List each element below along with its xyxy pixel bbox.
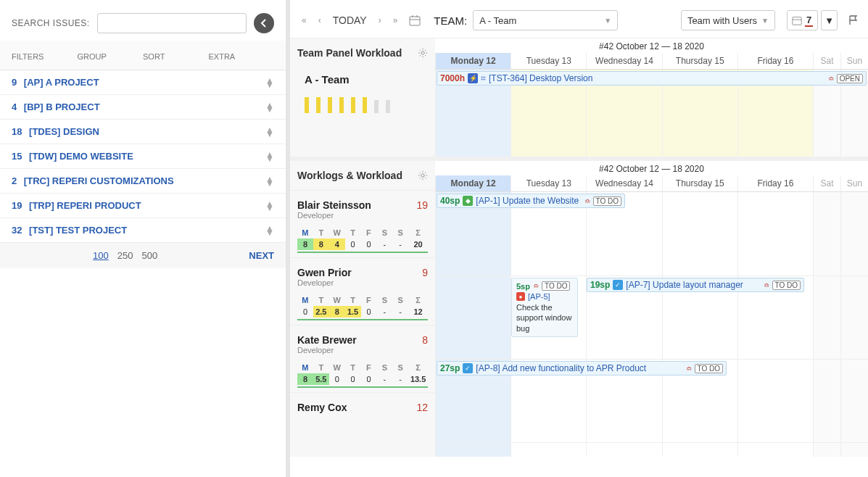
sort-icon[interactable]: ▲▼ [265, 128, 274, 136]
day-header[interactable]: Thursday 15 [662, 53, 737, 69]
team-panel-title: Team Panel Workload [297, 47, 402, 59]
day-header[interactable]: Tuesday 13 [511, 53, 586, 69]
page-size-100[interactable]: 100 [93, 250, 109, 261]
day-header[interactable]: Thursday 15 [662, 175, 737, 191]
person-name: Kate Brewer [297, 334, 357, 346]
chevron-down-icon: ▼ [604, 17, 611, 25]
person-block: Remy Cox12 [290, 392, 435, 418]
person-name: Blair Steinsson [297, 199, 371, 211]
today-button[interactable]: TODAY [330, 14, 370, 26]
team-name: A - Team [305, 73, 421, 86]
task-ap-7[interactable]: 19sp ✓ [AP-7] Update layout manager ≏TO … [587, 278, 804, 292]
chevron-down-icon: ▼ [824, 15, 834, 26]
person-total: 12 [416, 402, 428, 413]
next-button[interactable]: NEXT [249, 250, 274, 261]
project-item[interactable]: 9 [AP] A PROJECT▲▼ [0, 70, 286, 95]
day-header[interactable]: Sun [840, 175, 868, 191]
pager: 100 250 500 NEXT [0, 243, 286, 268]
check-icon: ✓ [613, 280, 623, 290]
search-input[interactable] [97, 13, 247, 33]
nav-last-button[interactable]: » [390, 14, 401, 27]
person-name: Remy Cox [297, 402, 347, 413]
col-filters[interactable]: FILTERS [12, 52, 78, 61]
person-block: Kate BrewerDeveloper8MTWTFSSΣ85.5000--13… [290, 325, 435, 392]
project-item[interactable]: 19 [TRP] REPERI PRODUCT▲▼ [0, 194, 286, 218]
page-size-250[interactable]: 250 [117, 250, 133, 261]
page-size-500[interactable]: 500 [142, 250, 158, 261]
range-picker[interactable]: 7 [787, 10, 818, 30]
users-select-value: Team with Users [687, 15, 757, 26]
person-role: Developer [297, 346, 357, 354]
chevron-down-icon: ▼ [761, 17, 769, 25]
back-button[interactable] [254, 13, 274, 33]
day-header[interactable]: Wednesday 14 [586, 175, 661, 191]
project-item[interactable]: 32 [TST] TEST PROJECT▲▼ [0, 218, 286, 243]
nav-next-button[interactable]: › [376, 14, 384, 27]
col-group[interactable]: GROUP [78, 52, 144, 61]
sort-icon[interactable]: ▲▼ [265, 226, 274, 235]
week-caption: #42 October 12 — 18 2020 [435, 38, 868, 53]
workload-bar [339, 97, 344, 113]
users-select[interactable]: Team with Users ▼ [681, 10, 775, 30]
week-caption: #42 October 12 — 18 2020 [435, 161, 868, 175]
gear-icon[interactable] [418, 48, 428, 58]
column-headers: FILTERS GROUP SORT EXTRA [0, 41, 286, 70]
person-total: 9 [422, 267, 428, 278]
person-role: Developer [297, 278, 352, 287]
day-header[interactable]: Sun [840, 53, 868, 69]
range-dropdown[interactable]: ▼ [821, 10, 838, 30]
day-header[interactable]: Wednesday 14 [586, 53, 661, 69]
check-icon: ✓ [463, 363, 473, 373]
person-total: 8 [422, 334, 428, 346]
sidebar: SEARCH ISSUES: FILTERS GROUP SORT EXTRA … [0, 0, 290, 477]
day-header[interactable]: Sat [813, 175, 840, 191]
sort-icon[interactable]: ▲▼ [265, 78, 274, 87]
event-hours: 7000h [440, 73, 465, 83]
project-item[interactable]: 18 [TDES] DESIGN▲▼ [0, 120, 286, 144]
nav-first-button[interactable]: « [299, 14, 310, 27]
person-block: Gwen PriorDeveloper9MTWTFSSΣ02.581.50--1… [290, 257, 435, 325]
workload-bar [351, 97, 355, 113]
sort-icon[interactable]: ▲▼ [265, 202, 274, 210]
task-ap-5[interactable]: 5sp≏TO DO ●[AP-5] Check the support wind… [511, 278, 578, 337]
team-label: TEAM: [434, 14, 467, 27]
workload-bar [328, 97, 332, 113]
calendar-icon[interactable] [406, 14, 423, 26]
lightning-icon: ⚡ [468, 73, 478, 83]
person-name: Gwen Prior [297, 267, 352, 278]
day-header[interactable]: Friday 16 [737, 175, 813, 191]
gear-icon[interactable] [418, 170, 428, 181]
col-extra[interactable]: EXTRA [209, 52, 275, 61]
project-item[interactable]: 2 [TRC] REPERI CUSTOMIZATIONS▲▼ [0, 169, 286, 194]
sort-icon[interactable]: ▲▼ [265, 152, 274, 161]
sort-icon[interactable]: ▲▼ [265, 103, 274, 112]
arrow-left-icon [260, 19, 268, 28]
project-item[interactable]: 15 [TDW] DEMO WEBSITE▲▼ [0, 144, 286, 169]
nav-prev-button[interactable]: ‹ [315, 14, 324, 27]
day-header[interactable]: Friday 16 [737, 53, 813, 69]
event-title: [TST-364] Desktop Version [489, 73, 592, 83]
person-total: 19 [416, 199, 428, 211]
day-header[interactable]: Sat [813, 53, 840, 69]
person-block: Blair SteinssonDeveloper19MTWTFSSΣ88400-… [290, 190, 435, 257]
day-header[interactable]: Monday 12 [435, 175, 511, 191]
days-header: Monday 12Tuesday 13Wednesday 14Thursday … [435, 53, 868, 70]
task-ap-8[interactable]: 27sp ✓ [AP-8] Add new functionality to A… [437, 361, 727, 376]
day-header[interactable]: Tuesday 13 [511, 175, 586, 191]
day-header[interactable]: Monday 12 [435, 53, 511, 69]
workload-bar [305, 97, 309, 113]
bookmark-icon: ◆ [463, 196, 473, 206]
sort-icon[interactable]: ▲▼ [265, 177, 274, 186]
days-header: Monday 12Tuesday 13Wednesday 14Thursday … [435, 175, 868, 192]
flag-icon[interactable] [848, 14, 859, 26]
svg-rect-4 [793, 17, 801, 25]
range-number: 7 [805, 14, 813, 27]
task-ap-1[interactable]: 40sp ◆ [AP-1] Update the Website ≏TO DO [437, 194, 625, 208]
project-item[interactable]: 4 [BP] B PROJECT▲▼ [0, 95, 286, 120]
team-select[interactable]: A - Team ▼ [473, 10, 618, 30]
svg-rect-0 [410, 17, 420, 25]
event-tst-364[interactable]: 7000h ⚡ ⌗ [TST-364] Desktop Version ≏ OP… [437, 71, 867, 86]
col-sort[interactable]: SORT [143, 52, 209, 61]
priority-icon: ≏ [828, 75, 834, 83]
toolbar: « ‹ TODAY › » TEAM: A - Team ▼ Team with… [290, 0, 868, 38]
